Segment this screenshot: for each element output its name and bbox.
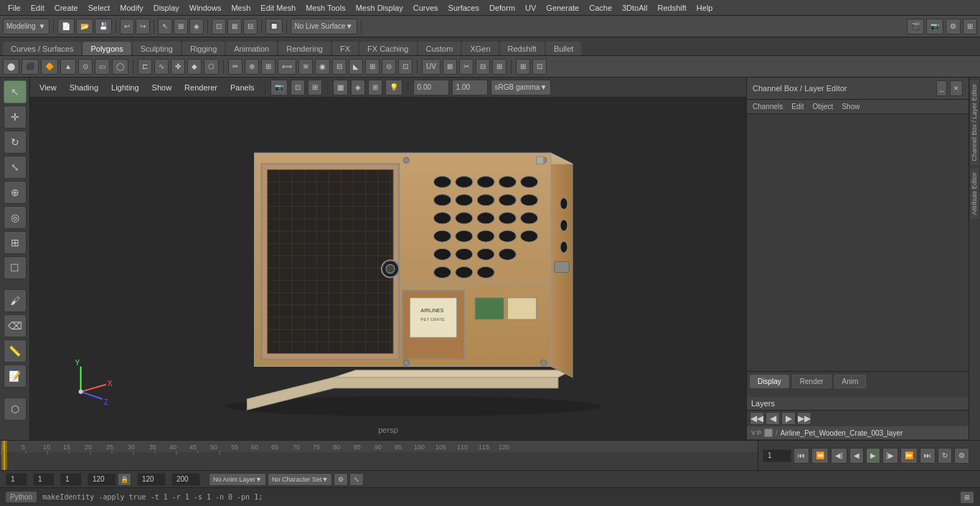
scale-tool[interactable]: ⤡ [4,156,27,179]
soccer-btn[interactable]: ⬡ [204,59,219,75]
universal-tool[interactable]: ⊕ [4,181,27,204]
open-file-btn[interactable]: 📂 [76,19,93,34]
show-menu[interactable]: Show [147,82,177,93]
channels-label[interactable]: Channels [753,103,783,111]
view-menu[interactable]: View [34,82,62,93]
menu-file[interactable]: File [3,2,26,14]
sphere-btn[interactable]: ⬤ [3,59,19,75]
gate-btn[interactable]: ⊡ [291,80,305,95]
boolean-btn[interactable]: ⊝ [382,59,396,75]
menu-modify[interactable]: Modify [115,2,148,14]
tab-rigging[interactable]: Rigging [182,42,225,55]
cylinder-btn[interactable]: 🔶 [41,59,58,75]
menu-curves[interactable]: Curves [408,2,443,14]
character-set-dropdown[interactable]: No Character Set ▼ [268,473,332,486]
texture-btn[interactable]: ⊞ [368,80,382,95]
no-live-surface-btn[interactable]: No Live Surface ▼ [291,19,357,34]
fill-hole-btn[interactable]: ◉ [315,59,330,75]
cone-btn[interactable]: ▲ [60,59,76,75]
ipr-btn[interactable]: 📷 [926,19,943,34]
soft-select-tool[interactable]: ◎ [4,206,27,229]
translate-x-field[interactable]: 0.00 [413,80,449,95]
attribute-editor-side-tab[interactable]: Attribute Editor [969,167,980,220]
anim-end-field[interactable]: 200 [171,473,200,486]
annotation-tool[interactable]: 📝 [4,365,27,388]
layer-prev-btn[interactable]: ◀ [765,412,780,425]
undo-btn[interactable]: ↩ [120,19,134,34]
menu-mesh-tools[interactable]: Mesh Tools [301,2,350,14]
menu-mesh[interactable]: Mesh [226,2,255,14]
cube-btn[interactable]: ⬛ [22,59,39,75]
next-key-btn[interactable]: |▶ [882,448,899,464]
play-fwd-btn[interactable]: ▶ [866,448,880,464]
loop-btn[interactable]: ↻ [938,448,952,464]
go-start-btn[interactable]: ⏮ [793,448,809,464]
menu-deform[interactable]: Deform [484,2,520,14]
channel-minimize-btn[interactable]: _ [936,80,947,96]
step-fwd-btn[interactable]: ⏩ [900,448,918,464]
tab-rendering[interactable]: Rendering [278,42,331,55]
uv-unfold-btn[interactable]: ⊟ [476,59,490,75]
language-label[interactable]: Python [6,492,37,502]
snap-point-btn[interactable]: ⊟ [243,19,258,34]
lighting-menu[interactable]: Lighting [106,82,144,93]
extrude-btn[interactable]: ⊟ [332,59,347,75]
tab-polygons[interactable]: Polygons [83,42,131,55]
render-btn[interactable]: 🎬 [907,19,924,34]
menu-edit-mesh[interactable]: Edit Mesh [255,2,301,14]
move-tool[interactable]: ✛ [4,106,27,128]
save-file-btn[interactable]: 💾 [95,19,112,34]
tab-xgen[interactable]: XGen [462,42,498,55]
range-end-field[interactable]: 120 [88,473,116,486]
tab-animation[interactable]: Animation [226,42,277,55]
tab-fx-caching[interactable]: FX Caching [359,42,416,55]
lasso-select-tool[interactable]: ⌫ [4,314,27,337]
timeline-ruler[interactable]: 1 5 10 15 20 25 30 35 40 45 50 55 60 65 … [0,441,758,470]
layer-v-label[interactable]: V [751,429,755,436]
render-tab[interactable]: Render [792,375,831,388]
select-tool-btn[interactable]: ↖ [158,19,172,34]
menu-select[interactable]: Select [83,2,116,14]
frame-current-field[interactable]: 1 [60,473,82,486]
step-back-btn[interactable]: ⏪ [811,448,829,464]
menu-generate[interactable]: Generate [541,2,584,14]
render-settings-btn[interactable]: 🔲 [265,19,283,34]
tab-sculpting[interactable]: Sculpting [133,42,181,55]
panels-menu[interactable]: Panels [225,82,260,93]
anim-layer-dropdown[interactable]: No Anim Layer ▼ [209,473,266,486]
shading-menu[interactable]: Shading [65,82,103,93]
tab-fx[interactable]: FX [332,42,358,55]
tab-custom[interactable]: Custom [418,42,461,55]
snap-curve-btn[interactable]: ⊠ [227,19,242,34]
layer-next-next-btn[interactable]: ▶▶ [797,412,811,425]
redo-btn[interactable]: ↪ [136,19,150,34]
layer-next-btn[interactable]: ▶ [781,412,796,425]
playback-settings-btn[interactable]: ⚙ [954,448,969,464]
channel-box-side-tab[interactable]: Channel Box / Layer Editor [969,79,980,167]
layer-row-0[interactable]: V P / Airline_Pet_Wooden_Crate_003_layer [747,426,969,440]
menu-surfaces[interactable]: Surfaces [443,2,484,14]
pipe-btn[interactable]: ⊏ [138,59,152,75]
wireframe-btn[interactable]: ▦ [333,80,348,95]
status-anim-btn[interactable]: ⤡ [349,473,364,486]
bevel-btn[interactable]: ◣ [349,59,363,75]
translate-y-field[interactable]: 1.00 [452,80,488,95]
frame-start-field[interactable]: 1 [6,473,27,486]
play-back-btn[interactable]: ◀ [849,448,864,464]
range-end-lock-btn[interactable]: 🔒 [118,473,131,486]
tab-bullet[interactable]: Bullet [546,42,582,55]
platonic-btn[interactable]: ◆ [187,59,202,75]
new-file-btn[interactable]: 📄 [57,19,75,34]
measure-tool[interactable]: 📏 [4,339,27,362]
layer-p-label[interactable]: P [757,429,761,436]
smooth-shade-btn[interactable]: ◈ [351,80,365,95]
torus-btn[interactable]: ⊙ [78,59,93,75]
menu-uv[interactable]: UV [520,2,541,14]
menu-mesh-display[interactable]: Mesh Display [351,2,408,14]
object-label[interactable]: Object [813,103,834,111]
paint-tool-btn[interactable]: ◈ [189,19,204,34]
menu-create[interactable]: Create [50,2,83,14]
rotate-tool[interactable]: ↻ [4,131,27,154]
view-cube[interactable]: ⬡ [4,398,27,421]
renderer-menu[interactable]: Renderer [179,82,222,93]
